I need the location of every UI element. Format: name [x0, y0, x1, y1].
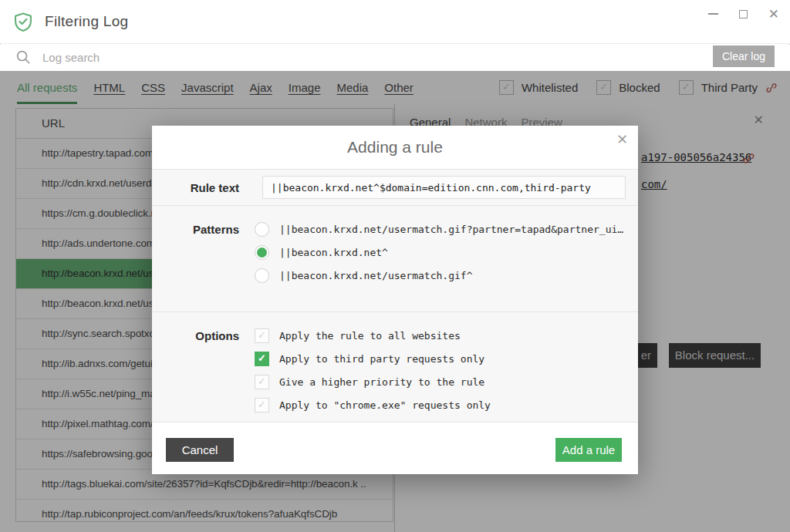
tab-ajax[interactable]: Ajax — [250, 71, 272, 104]
add-rule-button[interactable]: Add a rule — [555, 438, 622, 462]
rule-option-checkbox[interactable]: Apply to third party requests only — [255, 351, 484, 366]
patterns-section: Patterns ||beacon.krxd.net/usermatch.gif… — [152, 207, 638, 312]
search-bar: Clear log — [0, 45, 790, 71]
pattern-text: ||beacon.krxd.net/usermatch.gif?partner=… — [279, 224, 623, 235]
dialog-body: Rule text Patterns ||beacon.krxd.net/use… — [152, 169, 638, 423]
pattern-radio-option[interactable]: ||beacon.krxd.net/usermatch.gif?partner=… — [255, 221, 623, 237]
checkbox-icon — [679, 80, 694, 95]
tab-image[interactable]: Image — [289, 71, 321, 104]
checkbox-icon — [596, 80, 611, 95]
close-window-button[interactable]: ✕ — [768, 8, 779, 21]
clear-log-button[interactable]: Clear log — [713, 45, 775, 67]
rule-text-input[interactable] — [262, 176, 626, 199]
pattern-radio-option[interactable]: ||beacon.krxd.net^ — [255, 244, 388, 260]
filtering-log-window: Filtering Log ✕ Clear log All requestsHT… — [0, 0, 790, 532]
filter-checkboxes: WhitelistedBlockedThird Party — [499, 71, 778, 104]
radio-icon — [255, 268, 269, 283]
checkbox-icon — [255, 398, 269, 412]
filter-checkbox-blocked[interactable]: Blocked — [596, 80, 660, 95]
cancel-button[interactable]: Cancel — [166, 438, 234, 462]
option-text: Apply the rule to all websites — [279, 330, 461, 342]
link-icon — [742, 152, 755, 168]
radio-icon — [255, 222, 269, 237]
rule-text-label: Rule text — [152, 181, 239, 194]
pattern-text: ||beacon.krxd.net^ — [279, 247, 388, 258]
dialog-title: Adding a rule — [152, 138, 638, 157]
rule-option-checkbox[interactable]: Apply the rule to all websites — [255, 328, 461, 343]
url-table-row[interactable]: http://tap.rubiconproject.com/an/feeds/k… — [16, 500, 393, 522]
checkbox-icon — [255, 328, 269, 343]
rule-text-section: Rule text — [152, 170, 638, 206]
checkbox-icon — [255, 375, 269, 389]
adding-a-rule-dialog: ✕ Adding a rule Rule text Patterns ||bea… — [152, 126, 638, 474]
rule-option-checkbox[interactable]: Give a higher priority to the rule — [255, 374, 484, 389]
filter-checkbox-third-party[interactable]: Third Party — [679, 80, 778, 95]
pattern-radio-option[interactable]: ||beacon.krxd.net/usermatch.gif^ — [255, 268, 472, 283]
close-detail-icon[interactable]: ✕ — [754, 114, 764, 126]
checkbox-label: Whitelisted — [522, 81, 578, 94]
rule-option-checkbox[interactable]: Apply to "chrome.exe" requests only — [255, 397, 491, 412]
tab-other[interactable]: Other — [384, 71, 414, 104]
checkbox-label: Third Party — [701, 81, 758, 94]
adguard-shield-icon — [13, 12, 33, 35]
search-icon — [15, 49, 32, 69]
window-controls: ✕ — [708, 0, 779, 28]
maximize-button[interactable] — [739, 10, 748, 19]
block-request-button[interactable]: Block request... — [669, 343, 761, 368]
options-label: Options — [152, 329, 239, 342]
radio-icon — [255, 245, 269, 260]
detail-value-link[interactable]: a197-005056a24356 — [641, 151, 751, 163]
pattern-text: ||beacon.krxd.net/usermatch.gif^ — [279, 270, 472, 281]
option-text: Apply to third party requests only — [279, 353, 484, 365]
tab-media[interactable]: Media — [336, 71, 368, 104]
filter-bar: All requestsHTMLCSSJavascriptAjaxImageMe… — [0, 71, 790, 104]
search-input[interactable] — [42, 46, 366, 68]
options-section: Options Apply the rule to all websitesAp… — [152, 313, 638, 422]
filter-tabs: All requestsHTMLCSSJavascriptAjaxImageMe… — [17, 71, 414, 104]
tab-all-requests[interactable]: All requests — [17, 71, 77, 104]
tab-javascript[interactable]: Javascript — [181, 71, 234, 104]
option-text: Give a higher priority to the rule — [279, 376, 484, 388]
titlebar: Filtering Log ✕ — [0, 0, 790, 44]
checkbox-icon — [255, 352, 269, 366]
link-icon — [765, 82, 778, 94]
detail-value-link[interactable]: com/ — [641, 178, 667, 190]
minimize-button[interactable] — [708, 13, 718, 15]
window-title: Filtering Log — [45, 13, 128, 30]
checkbox-label: Blocked — [619, 81, 660, 94]
tab-html[interactable]: HTML — [93, 71, 125, 104]
filter-checkbox-whitelisted[interactable]: Whitelisted — [499, 80, 578, 95]
patterns-label: Patterns — [152, 223, 239, 236]
tab-css[interactable]: CSS — [141, 71, 165, 104]
checkbox-icon — [499, 80, 514, 95]
option-text: Apply to "chrome.exe" requests only — [279, 399, 491, 411]
